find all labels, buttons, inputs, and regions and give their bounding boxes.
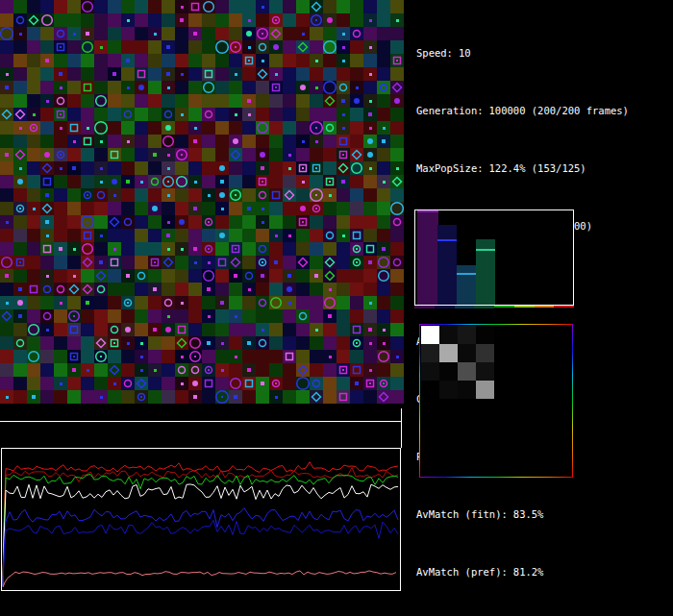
species-axis-segment	[554, 306, 574, 308]
stat-value: 81.2%	[513, 566, 544, 578]
stat-label: Speed:	[416, 47, 453, 59]
vertical-divider	[401, 408, 402, 448]
species-bar-navy	[437, 225, 457, 305]
matrix-cells	[421, 326, 567, 472]
stat-label: AvMatch (pref):	[416, 566, 508, 578]
mean-line	[417, 210, 438, 212]
species-bar-steel	[457, 265, 476, 305]
stat-label: Generation:	[416, 105, 484, 116]
matrix-cell	[439, 344, 458, 362]
matrix-cell	[421, 326, 439, 344]
matrix-cell	[421, 344, 439, 362]
species-axis-segment	[494, 306, 514, 308]
stat-value: 122.4% (153/125)	[489, 162, 586, 174]
trend-canvas	[2, 449, 400, 590]
species-axis-strip	[414, 306, 574, 309]
species-bar-purple	[417, 210, 438, 305]
stat-avmatch-fitn: AvMatch (fitn):83.5%	[416, 505, 629, 524]
stats-panel: Speed:10 Generation:100000 (200/200 fram…	[416, 5, 629, 616]
matrix-cell	[458, 326, 476, 344]
species-axis-segment	[535, 306, 555, 308]
matrix-cell	[476, 381, 494, 399]
matrix-border-top	[419, 324, 573, 325]
history-trend-chart	[1, 448, 401, 591]
species-axis-segment	[435, 306, 455, 308]
species-axis-segment	[455, 306, 475, 308]
matrix-border-left	[419, 324, 420, 478]
matrix-cell	[458, 362, 476, 381]
species-bar-green	[476, 239, 495, 305]
matrix-cell	[421, 362, 439, 381]
stat-speed: Speed:10	[416, 43, 629, 62]
species-axis-segment	[514, 306, 535, 308]
stat-label: AvMatch (fitn):	[416, 508, 508, 520]
stat-label: MaxPopSize:	[416, 162, 484, 174]
matrix-cell	[476, 344, 494, 362]
matrix-border-bottom	[419, 477, 573, 478]
stat-generation: Generation:100000 (200/200 frames)	[416, 101, 629, 120]
matrix-cell	[439, 381, 458, 399]
matrix-cell	[439, 362, 458, 381]
species-axis-segment	[414, 306, 435, 308]
simulation-app: Speed:10 Generation:100000 (200/200 fram…	[0, 0, 673, 616]
stat-avmatch-pref: AvMatch (pref):81.2%	[416, 562, 629, 581]
population-bar-chart: m f	[414, 209, 574, 306]
matrix-border-right	[572, 324, 573, 478]
matrix-cell	[476, 362, 494, 381]
matrix-cell	[458, 344, 476, 362]
mean-line	[476, 249, 495, 251]
mating-matrix	[419, 324, 573, 478]
species-axis-segment	[474, 306, 494, 308]
stat-maxpopsize: MaxPopSize:122.4% (153/125)	[416, 159, 629, 178]
stat-value: 83.5%	[513, 508, 544, 520]
mean-line	[437, 239, 457, 241]
stat-value: 100000 (200/200 frames)	[489, 105, 629, 116]
world-grid-canvas[interactable]	[0, 0, 404, 404]
stat-value: 10	[459, 47, 471, 59]
matrix-cell	[458, 381, 476, 399]
mean-line	[457, 273, 476, 275]
horizontal-divider	[0, 421, 402, 422]
matrix-cell	[439, 326, 458, 344]
matrix-cell	[476, 326, 494, 344]
